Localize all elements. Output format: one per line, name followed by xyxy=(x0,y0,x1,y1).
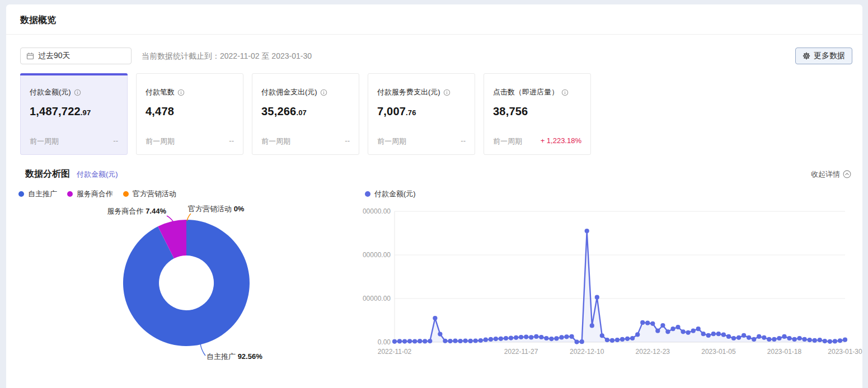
svg-text:2023-01-05: 2023-01-05 xyxy=(701,348,736,356)
date-range-input[interactable]: 过去90天 xyxy=(20,48,132,64)
date-range-value: 过去90天 xyxy=(38,51,71,61)
page-title: 数据概览 xyxy=(20,15,56,26)
card-prev-value: + 1,223.18% xyxy=(541,136,581,146)
card-label: 付款笔数 xyxy=(146,87,175,97)
line-chart-svg: 0.00100000.00200000.00300000.002022-11-0… xyxy=(363,184,864,369)
card-label: 付款服务费支出(元) xyxy=(377,87,440,97)
svg-text:300000.00: 300000.00 xyxy=(363,207,391,215)
stat-card-payment-orders[interactable]: 付款笔数 4,478 前一周期-- xyxy=(136,73,243,155)
svg-text:2023-01-18: 2023-01-18 xyxy=(767,348,802,356)
donut-chart-svg: 服务商合作 7.44%官方营销活动 0%自主推广 92.56% xyxy=(11,198,358,372)
legend-item-official-marketing[interactable]: 官方营销活动 xyxy=(123,189,176,199)
info-icon[interactable] xyxy=(561,89,569,96)
dashboard-stage: 数据概览 过去90天 当前数据统计截止到：2022-11-02 至 2023-0… xyxy=(0,0,868,388)
card-value: 4,478 xyxy=(146,105,234,118)
card-prev-row: 前一周期-- xyxy=(261,136,350,146)
card-prev-row: 前一周期-- xyxy=(146,136,234,146)
card-label: 点击数（即进店量） xyxy=(493,87,559,97)
info-icon[interactable] xyxy=(177,89,185,96)
card-prev-row: 前一周期-- xyxy=(30,136,118,146)
more-data-button[interactable]: 更多数据 xyxy=(795,48,852,64)
card-prev-value: -- xyxy=(113,136,118,146)
chevron-up-circle-icon xyxy=(843,170,851,178)
line-chart-legend[interactable]: 付款金额(元) xyxy=(365,189,416,199)
gear-icon xyxy=(803,52,810,60)
svg-text:100000.00: 100000.00 xyxy=(363,295,391,302)
card-value: 35,266.07 xyxy=(261,105,350,118)
calendar-icon xyxy=(26,52,34,60)
donut-legend: 自主推广 服务商合作 官方营销活动 xyxy=(18,189,176,199)
card-prev-row: 前一周期-- xyxy=(377,136,466,146)
card-label: 付款金额(元) xyxy=(30,87,71,97)
stat-card-clicks[interactable]: 点击数（即进店量） 38,756 前一周期+ 1,223.18% xyxy=(484,73,591,155)
svg-text:0.00: 0.00 xyxy=(378,338,391,346)
legend-dot xyxy=(123,191,129,197)
stat-card-payment-amount[interactable]: 付款金额(元) 1,487,722.97 前一周期-- xyxy=(20,73,128,155)
legend-dot xyxy=(67,191,73,197)
stats-until-text: 当前数据统计截止到：2022-11-02 至 2023-01-30 xyxy=(142,51,312,61)
svg-text:2022-11-02: 2022-11-02 xyxy=(378,348,412,356)
svg-text:2022-12-10: 2022-12-10 xyxy=(570,348,604,356)
svg-text:2023-01-30: 2023-01-30 xyxy=(828,348,862,356)
svg-text:自主推广 92.56%: 自主推广 92.56% xyxy=(207,352,262,361)
stat-cards-row: 付款金额(元) 1,487,722.97 前一周期-- 付款笔数 4,478 前… xyxy=(20,73,591,155)
svg-text:200000.00: 200000.00 xyxy=(363,251,391,259)
analysis-section-header: 数据分析图 付款金额(元) 收起详情 xyxy=(25,168,851,180)
stat-card-commission-spend[interactable]: 付款佣金支出(元) 35,266.07 前一周期-- xyxy=(252,73,359,155)
info-icon[interactable] xyxy=(74,89,81,96)
donut-chart[interactable]: 服务商合作 7.44%官方营销活动 0%自主推广 92.56% xyxy=(11,198,358,372)
card-prev-value: -- xyxy=(461,136,466,146)
analysis-title: 数据分析图 xyxy=(25,168,70,180)
legend-dot xyxy=(365,191,370,197)
stat-card-service-fee-spend[interactable]: 付款服务费支出(元) 7,007.76 前一周期-- xyxy=(368,73,475,155)
card-value: 1,487,722.97 xyxy=(30,105,118,118)
header-divider xyxy=(6,34,862,35)
card-value: 7,007.76 xyxy=(377,105,466,118)
collapse-details-button[interactable]: 收起详情 xyxy=(811,169,851,179)
svg-text:2022-11-27: 2022-11-27 xyxy=(504,348,538,356)
metric-link[interactable]: 付款金额(元) xyxy=(77,169,118,179)
card-prev-value: -- xyxy=(345,136,350,146)
info-icon[interactable] xyxy=(443,89,451,96)
info-icon[interactable] xyxy=(320,89,327,96)
card-prev-value: -- xyxy=(229,136,234,146)
card-value: 38,756 xyxy=(493,105,581,118)
svg-text:2022-12-23: 2022-12-23 xyxy=(636,348,670,356)
line-chart[interactable]: 付款金额(元) 0.00100000.00200000.00300000.002… xyxy=(363,184,864,369)
card-prev-row: 前一周期+ 1,223.18% xyxy=(493,136,581,146)
legend-item-service-provider[interactable]: 服务商合作 xyxy=(67,189,113,199)
legend-item-self-promotion[interactable]: 自主推广 xyxy=(18,189,57,199)
svg-text:服务商合作 7.44%: 服务商合作 7.44% xyxy=(107,207,167,215)
svg-text:官方营销活动 0%: 官方营销活动 0% xyxy=(188,205,245,213)
legend-dot xyxy=(18,191,24,197)
collapse-label: 收起详情 xyxy=(811,169,840,179)
card-label: 付款佣金支出(元) xyxy=(261,87,317,97)
more-data-label: 更多数据 xyxy=(814,51,845,61)
data-overview-panel: 数据概览 过去90天 当前数据统计截止到：2022-11-02 至 2023-0… xyxy=(6,4,862,388)
